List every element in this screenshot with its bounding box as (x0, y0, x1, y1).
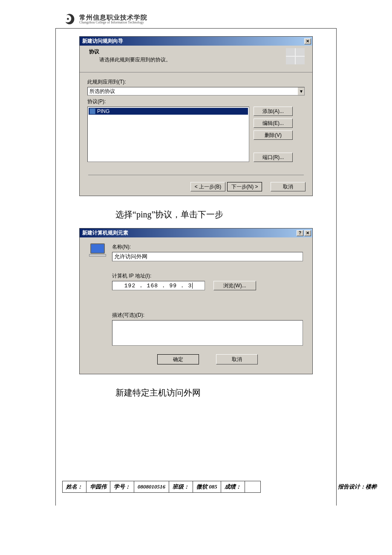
name-input[interactable]: 允许访问外网 (112, 252, 303, 261)
ip-value: 192 . 168 . 99 . 3 (124, 283, 192, 289)
protocol-list-item[interactable]: PING (89, 108, 248, 115)
browse-button[interactable]: 浏览(W)... (213, 281, 256, 290)
ports-button[interactable]: 端口(R)... (254, 153, 293, 162)
caption-2: 新建特定主机访问外网 (115, 387, 336, 399)
wizard-body: 此规则应用到(T): 所选的协议 ▾ 协议(P): PING 添加(A)... (80, 72, 312, 179)
next-button[interactable]: 下一步(N) > (227, 182, 262, 191)
close-icon[interactable]: ✕ (304, 230, 311, 236)
ip-input[interactable]: 192 . 168 . 99 . 3 (112, 281, 205, 290)
wizard-banner-icon (286, 48, 305, 64)
wizard-dialog: 新建访问规则向导 ✕ 协议 请选择此规则要应用到的协议。 此规则应用到(T): … (79, 36, 313, 196)
protocols-label: 协议(P): (87, 98, 305, 105)
wizard-title: 新建访问规则向导 (82, 38, 123, 45)
back-button[interactable]: < 上一步(B) (190, 182, 225, 191)
wizard-nav-row: < 上一步(B) 下一步(N) > 取消 (80, 179, 312, 196)
section-title: 协议 (89, 48, 306, 55)
protocol-icon (89, 108, 95, 114)
computer-icon (89, 243, 106, 260)
desc-label: 描述(可选)(D): (112, 312, 303, 319)
rule-title: 新建计算机规则元素 (82, 229, 128, 237)
college-name-en: Changzhou College of Information Technol… (79, 21, 147, 24)
protocol-name: PING (97, 108, 110, 114)
name-value-cell: 华园伟 (86, 481, 110, 492)
page-header: 常州信息职业技术学院 Changzhou College of Informat… (0, 13, 392, 28)
wizard-header-section: 协议 请选择此规则要应用到的协议。 (80, 46, 312, 72)
ok-button[interactable]: 确定 (157, 354, 199, 364)
close-icon[interactable]: ✕ (304, 38, 311, 44)
svg-point-0 (67, 18, 69, 20)
caption-1: 选择“ping”协议，单击下一步 (115, 209, 336, 220)
page-footer: 姓名： 华园伟 学号： 0808010516 班级： 微软 085 成绩： 报告… (0, 481, 392, 493)
designer-credit: 报告设计：楼桦 (329, 483, 377, 491)
description-textarea[interactable] (112, 320, 303, 346)
name-value: 允许访问外网 (114, 253, 147, 260)
id-value-cell: 0808010516 (134, 481, 169, 492)
class-label-cell: 班级： (169, 481, 193, 492)
ip-label: 计算机 IP 地址(I): (112, 272, 303, 280)
content-frame: 新建访问规则向导 ✕ 协议 请选择此规则要应用到的协议。 此规则应用到(T): … (55, 28, 337, 506)
class-value-cell: 微软 085 (193, 481, 221, 492)
computer-rule-dialog: 新建计算机规则元素 ? ✕ 名称(N): 允许访问外网 (79, 228, 313, 374)
applies-to-value: 所选的协议 (89, 88, 115, 95)
college-name-cn: 常州信息职业技术学院 (79, 14, 147, 21)
name-label: 名称(N): (112, 243, 303, 251)
footer-table: 姓名： 华园伟 学号： 0808010516 班级： 微软 085 成绩： (62, 481, 261, 493)
applies-to-select[interactable]: 所选的协议 ▾ (87, 87, 305, 95)
help-icon[interactable]: ? (297, 230, 303, 236)
applies-to-label: 此规则应用到(T): (87, 78, 305, 86)
remove-button[interactable]: 删除(V) (254, 130, 293, 140)
college-name: 常州信息职业技术学院 Changzhou College of Informat… (79, 14, 147, 24)
cancel-button[interactable]: 取消 (216, 354, 258, 364)
cancel-button[interactable]: 取消 (271, 182, 306, 191)
add-button[interactable]: 添加(A)... (254, 107, 293, 116)
college-logo-icon (63, 13, 76, 26)
document-page: 常州信息职业技术学院 Changzhou College of Informat… (0, 0, 392, 506)
section-subtitle: 请选择此规则要应用到的协议。 (99, 56, 306, 64)
wizard-titlebar: 新建访问规则向导 ✕ (80, 37, 312, 46)
id-label-cell: 学号： (110, 481, 134, 492)
edit-button[interactable]: 编辑(E)... (254, 119, 293, 128)
score-value-cell (245, 481, 260, 492)
rule-titlebar: 新建计算机规则元素 ? ✕ (80, 228, 312, 237)
name-label-cell: 姓名： (63, 481, 86, 492)
score-label-cell: 成绩： (221, 481, 245, 492)
chevron-down-icon: ▾ (297, 87, 304, 95)
protocols-listbox[interactable]: PING (87, 107, 249, 162)
